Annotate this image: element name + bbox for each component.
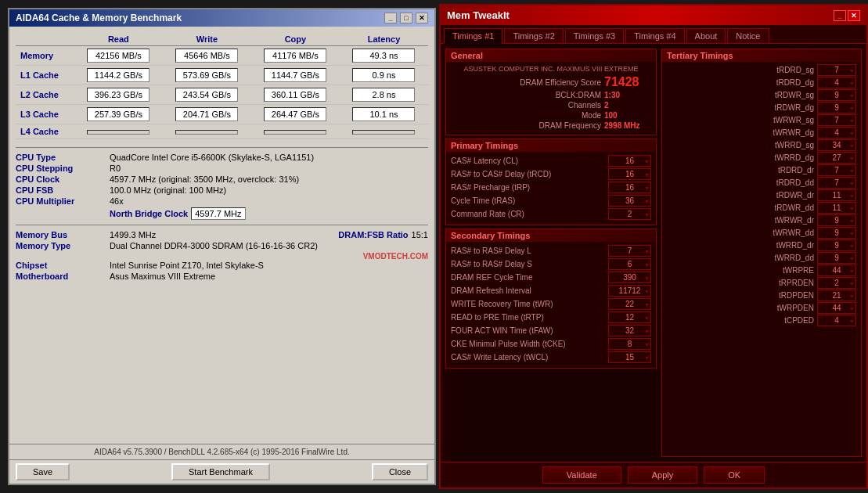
- memory-bus-row: Memory Bus 1499.3 MHz DRAM:FSB Ratio 15:…: [16, 230, 428, 239]
- tertiary-timing-select-5[interactable]: 4: [817, 127, 856, 139]
- validate-button[interactable]: Validate: [542, 466, 621, 484]
- tertiary-timing-19: tWRPDEN 44: [667, 302, 856, 314]
- freq-row: DRAM Frequency 2998 MHz: [451, 121, 651, 130]
- secondary-timing-0: RAS# to RAS# Delay L 7: [451, 245, 651, 257]
- bench-label-0: Memory: [16, 46, 74, 66]
- mode-value: 100: [604, 111, 651, 120]
- primary-timing-select-2[interactable]: 16: [608, 182, 651, 193]
- tertiary-timing-select-13[interactable]: 9: [817, 227, 856, 239]
- tertiary-timing-label-19: tWRPDEN: [667, 304, 817, 312]
- tertiary-timing-select-14[interactable]: 9: [817, 239, 856, 251]
- memory-bus-label: Memory Bus: [16, 230, 110, 239]
- tertiary-timing-wrapper-18: 21: [817, 290, 856, 301]
- tertiary-timing-select-6[interactable]: 34: [817, 139, 856, 151]
- secondary-timing-select-3[interactable]: 11712: [608, 285, 651, 297]
- secondary-timing-select-0[interactable]: 7: [608, 245, 651, 257]
- secondary-timing-3: DRAM Refresh Interval 11712: [451, 285, 651, 297]
- secondary-timing-wrapper-3: 11712: [608, 285, 651, 297]
- mem-close-button[interactable]: ✕: [848, 10, 860, 21]
- secondary-timing-select-2[interactable]: 390: [608, 272, 651, 283]
- secondary-timing-6: FOUR ACT WIN Time (tFAW) 32: [451, 325, 651, 336]
- close-button-bottom[interactable]: Close: [372, 463, 428, 480]
- nb-clock-value: 4597.7 MHz: [191, 207, 245, 220]
- dram-fsb-label: DRAM:FSB Ratio: [338, 230, 408, 239]
- secondary-timing-select-8[interactable]: 15: [608, 351, 651, 363]
- divider-2: [16, 225, 428, 225]
- mem-minimize-button[interactable]: _: [834, 10, 846, 21]
- minimize-button[interactable]: _: [384, 13, 397, 23]
- tertiary-timing-select-15[interactable]: 9: [817, 252, 856, 264]
- tab-timings-#1[interactable]: Timings #1: [444, 28, 502, 44]
- bench-write-3: 204.71 GB/s: [163, 105, 251, 124]
- secondary-body: RAS# to RAS# Delay L 7 RAS# to RAS# Dela…: [446, 242, 656, 368]
- tertiary-timing-select-19[interactable]: 44: [817, 302, 856, 314]
- secondary-timing-wrapper-5: 12: [608, 311, 651, 323]
- tertiary-timing-select-7[interactable]: 27: [817, 152, 856, 164]
- motherboard-value: Asus Maximus VIII Extreme: [110, 272, 215, 281]
- tertiary-timing-select-4[interactable]: 7: [817, 114, 856, 126]
- primary-timing-wrapper-1: 16: [608, 168, 651, 180]
- bench-read-4: [74, 124, 163, 139]
- tertiary-timing-5: tWRWR_dg 4: [667, 127, 856, 139]
- bench-write-2: 243.54 GB/s: [163, 85, 251, 105]
- bclk-row: BCLK:DRAM 1:30: [451, 91, 651, 99]
- restore-button[interactable]: □: [400, 13, 412, 23]
- watermark: VMODTECH.COM: [16, 252, 428, 261]
- tertiary-timing-select-2[interactable]: 9: [817, 89, 856, 101]
- tab-about[interactable]: About: [686, 28, 726, 43]
- channels-row: Channels 2: [451, 101, 651, 110]
- aida-title-controls: _ □ ✕: [384, 13, 428, 23]
- close-button[interactable]: ✕: [416, 13, 428, 23]
- info-value-2: 4597.7 MHz (original: 3500 MHz, overcloc…: [110, 175, 299, 184]
- bench-latency-0: 49.3 ns: [340, 46, 428, 66]
- tertiary-timing-select-17[interactable]: 2: [817, 277, 856, 289]
- secondary-timing-select-7[interactable]: 8: [608, 338, 651, 350]
- tab-timings-#4[interactable]: Timings #4: [625, 28, 684, 43]
- tertiary-timing-wrapper-11: 11: [817, 202, 856, 214]
- general-title: General: [446, 49, 656, 62]
- tertiary-timing-select-3[interactable]: 9: [817, 102, 856, 113]
- save-button[interactable]: Save: [16, 463, 70, 480]
- secondary-timing-select-4[interactable]: 22: [608, 298, 651, 310]
- apply-button[interactable]: Apply: [628, 466, 698, 484]
- tab-timings-#2[interactable]: Timings #2: [504, 28, 563, 43]
- secondary-timing-select-5[interactable]: 12: [608, 311, 651, 323]
- tertiary-timing-select-10[interactable]: 11: [817, 189, 856, 201]
- primary-timing-select-3[interactable]: 36: [608, 195, 651, 207]
- general-body: ASUSTEK COMPUTER INC. MAXIMUS VIII EXTRE…: [446, 62, 656, 135]
- tertiary-timing-select-11[interactable]: 11: [817, 202, 856, 214]
- tertiary-timing-select-8[interactable]: 7: [817, 164, 856, 176]
- tertiary-timing-wrapper-17: 2: [817, 277, 856, 289]
- secondary-timing-select-1[interactable]: 6: [608, 258, 651, 270]
- tertiary-timing-label-0: tRDRD_sg: [667, 66, 817, 74]
- ok-button[interactable]: OK: [704, 466, 765, 484]
- tab-notice[interactable]: Notice: [727, 28, 769, 43]
- tertiary-timing-12: tWRWR_dr 9: [667, 214, 856, 226]
- tertiary-timing-select-20[interactable]: 4: [817, 315, 856, 326]
- secondary-title: Secondary Timings: [446, 229, 656, 242]
- primary-section: Primary Timings CAS# Latency (CL) 16 RAS…: [445, 139, 657, 225]
- chipset-row: Chipset Intel Sunrise Point Z170, Intel …: [16, 261, 428, 270]
- tab-timings-#3[interactable]: Timings #3: [565, 28, 624, 43]
- tertiary-timing-wrapper-19: 44: [817, 302, 856, 314]
- secondary-timing-select-6[interactable]: 32: [608, 325, 651, 336]
- mem-title-controls: _ ✕: [834, 10, 860, 21]
- bclk-label: BCLK:DRAM: [451, 91, 604, 99]
- primary-timing-select-4[interactable]: 2: [608, 208, 651, 220]
- bench-latency-1: 0.9 ns: [340, 66, 428, 85]
- nb-clock-label: North Bridge Clock: [110, 209, 188, 218]
- tertiary-timing-select-12[interactable]: 9: [817, 214, 856, 226]
- tertiary-timing-label-1: tRDRD_dg: [667, 78, 817, 87]
- secondary-timing-2: DRAM REF Cycle Time 390: [451, 272, 651, 283]
- tertiary-timing-wrapper-0: 7: [817, 64, 856, 76]
- benchmark-button[interactable]: Start Benchmark: [171, 463, 270, 480]
- tertiary-timing-select-18[interactable]: 21: [817, 290, 856, 301]
- primary-timing-select-1[interactable]: 16: [608, 168, 651, 180]
- tertiary-timing-select-9[interactable]: 7: [817, 177, 856, 189]
- tertiary-timing-select-1[interactable]: 4: [817, 77, 856, 88]
- primary-timing-select-0[interactable]: 16: [608, 155, 651, 167]
- tertiary-timing-label-6: tWRRD_sg: [667, 141, 817, 149]
- tertiary-timing-10: tRDWR_dr 11: [667, 189, 856, 201]
- tertiary-timing-select-0[interactable]: 7: [817, 64, 856, 76]
- tertiary-timing-select-16[interactable]: 44: [817, 264, 856, 276]
